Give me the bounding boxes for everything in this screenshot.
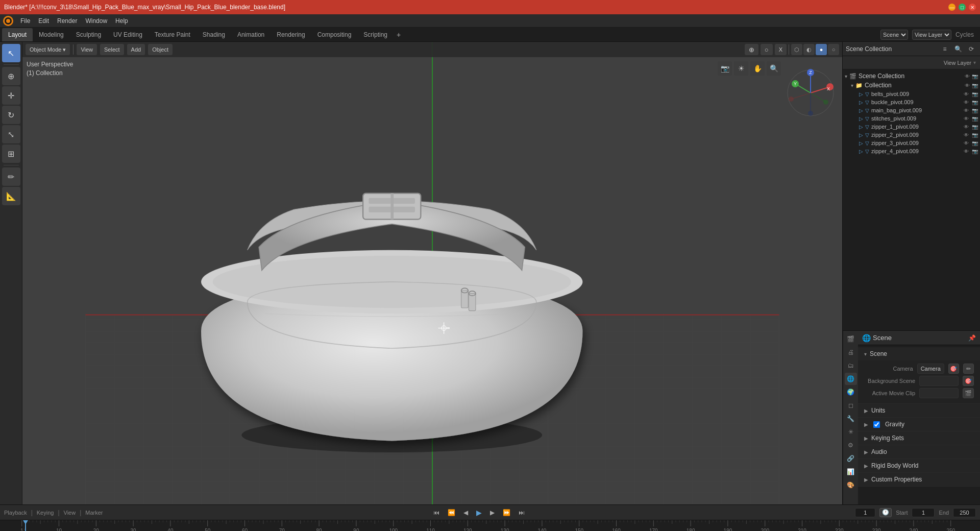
viewport[interactable]: Object Mode ▾ View Select Add Object ⊕ ○… [22,42,842,504]
outliner-item-1[interactable]: ▷ ▽ buckle_pivot.009 👁 📷 [843,98,980,106]
menu-window[interactable]: Window [81,16,111,26]
outliner-item-5[interactable]: ▷ ▽ zipper_2_pivot.009 👁 📷 [843,131,980,139]
xray-toggle[interactable]: X [775,44,787,55]
outliner-item-2[interactable]: ▷ ▽ main_bag_pivot.009 👁 📷 [843,106,980,114]
tab-compositing[interactable]: Compositing [311,28,358,41]
particles-props-button[interactable]: ✳ [845,426,857,438]
next-keyframe-button[interactable]: ⏩ [501,508,512,517]
overlay-toggle[interactable]: ○ [761,44,773,55]
tab-layout[interactable]: Layout [2,28,33,41]
output-props-button[interactable]: 🖨 [845,346,857,358]
tab-texture-paint[interactable]: Texture Paint [149,28,197,41]
custom-props-section-header[interactable]: ▶ Custom Properties [858,473,980,486]
object-props-button[interactable]: ◻ [845,399,857,412]
select-menu-button[interactable]: Select [100,44,124,55]
solid-shading[interactable]: ◐ [803,44,815,55]
units-section-header[interactable]: ▶ Units [858,404,980,417]
properties-pin[interactable]: 📌 [968,334,976,342]
end-frame-input[interactable] [953,508,976,517]
prev-keyframe-button[interactable]: ⏪ [446,508,457,517]
gizmo-toggle[interactable]: ⊕ [745,44,758,55]
nav-gizmo[interactable]: X Y Z [785,67,836,118]
wireframe-shading[interactable]: ⬡ [791,44,802,55]
tab-rendering[interactable]: Rendering [271,28,311,41]
outliner-item-4[interactable]: ▷ ▽ zipper_1_pivot.009 👁 📷 [843,123,980,131]
outliner-scene-collection[interactable]: ▾ 🎬 Scene Collection 👁 📷 [843,71,980,81]
outliner-item-0[interactable]: ▷ ▽ belts_pivot.009 👁 📷 [843,90,980,98]
viewport-sun-button[interactable]: ☀ [734,61,748,76]
outliner-filter-button[interactable]: ≡ [939,43,950,55]
view-layer-selector[interactable]: View Layer [912,30,951,40]
playback-menu[interactable]: Playback [4,510,27,516]
view-menu[interactable]: View [64,510,76,516]
scene-props-button[interactable]: 🌐 [845,373,857,385]
scene-section-header[interactable]: ▾ Scene [858,347,980,360]
menu-help[interactable]: Help [111,16,132,26]
scene-selector[interactable]: Scene [880,30,908,40]
tab-shading[interactable]: Shading [197,28,231,41]
minimize-button[interactable]: — [948,4,955,11]
background-scene-button[interactable]: 🎯 [963,376,974,386]
add-menu-button[interactable]: Add [127,44,145,55]
material-props-button[interactable]: 🎨 [845,479,857,491]
menu-render[interactable]: Render [53,16,81,26]
measure-tool-button[interactable]: 📐 [2,187,20,205]
camera-edit-button[interactable]: ✏ [963,364,974,374]
active-movie-clip-button[interactable]: 🎬 [963,388,974,398]
tab-animation[interactable]: Animation [231,28,271,41]
world-props-button[interactable]: 🌍 [845,386,857,398]
move-tool-button[interactable]: ✛ [2,86,20,105]
constraints-props-button[interactable]: 🔗 [845,452,857,465]
fps-button[interactable]: 🕐 [879,508,892,517]
start-frame-input[interactable] [912,508,935,517]
prev-frame-button[interactable]: ◀ [461,508,470,517]
outliner-collection-item[interactable]: ▾ 📁 Collection 👁 📷 [843,81,980,90]
current-frame-input[interactable] [855,508,875,517]
viewport-camera-button[interactable]: 📷 [718,61,732,76]
rotate-tool-button[interactable]: ↻ [2,106,20,124]
tab-sculpting[interactable]: Sculpting [70,28,107,41]
tab-uv-editing[interactable]: UV Editing [107,28,149,41]
audio-section-header[interactable]: ▶ Audio [858,445,980,458]
menu-file[interactable]: File [16,16,34,26]
keying-menu[interactable]: Keying [37,510,54,516]
close-button[interactable]: ✕ [969,4,976,11]
gravity-checkbox[interactable] [873,421,880,428]
play-button[interactable]: ▶ [474,508,484,518]
outliner-sync-button[interactable]: ⟳ [966,43,977,55]
view-layer-dropdown[interactable]: ▾ [973,60,976,65]
cursor-tool-button[interactable]: ⊕ [2,67,20,85]
jump-start-button[interactable]: ⏮ [431,508,442,517]
rendered-shading[interactable]: ○ [828,44,839,55]
jump-end-button[interactable]: ⏭ [517,508,527,517]
outliner-item-7[interactable]: ▷ ▽ zipper_4_pivot.009 👁 📷 [843,147,980,155]
outliner-search-button[interactable]: 🔍 [952,43,964,55]
modifier-props-button[interactable]: 🔧 [845,413,857,425]
select-tool-button[interactable]: ↖ [2,44,20,62]
camera-select-button[interactable]: 🎯 [948,364,959,374]
scale-tool-button[interactable]: ⤡ [2,125,20,143]
transform-tool-button[interactable]: ⊞ [2,144,20,163]
view-layer-props-button[interactable]: 🗂 [845,359,857,372]
outliner-item-3[interactable]: ▷ ▽ stitches_pivot.009 👁 📷 [843,114,980,123]
physics-props-button[interactable]: ⚙ [845,439,857,451]
add-workspace-button[interactable]: + [394,30,404,40]
maximize-button[interactable]: □ [959,4,966,11]
view-menu-button[interactable]: View [77,44,97,55]
viewport-hand-button[interactable]: ✋ [750,61,765,76]
next-frame-button[interactable]: ▶ [488,508,497,517]
annotate-tool-button[interactable]: ✏ [2,167,20,186]
render-props-button[interactable]: 🎬 [845,333,857,345]
marker-menu[interactable]: Marker [85,510,103,516]
tab-scripting[interactable]: Scripting [357,28,394,41]
timeline-ruler[interactable] [0,520,980,531]
viewport-search-button[interactable]: 🔍 [767,61,781,76]
data-props-button[interactable]: 📊 [845,466,857,478]
keying-section-header[interactable]: ▶ Keying Sets [858,431,980,445]
outliner-item-6[interactable]: ▷ ▽ zipper_3_pivot.009 👁 📷 [843,139,980,147]
tab-modeling[interactable]: Modeling [33,28,70,41]
material-shading[interactable]: ● [816,44,827,55]
menu-edit[interactable]: Edit [34,16,53,26]
gravity-section-header[interactable]: ▶ Gravity [858,418,980,431]
object-menu-button[interactable]: Object [148,44,173,55]
